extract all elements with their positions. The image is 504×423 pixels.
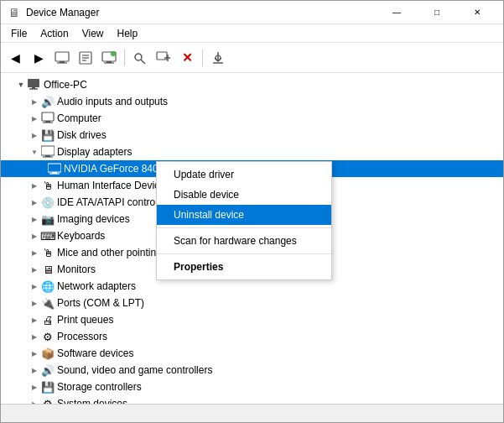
minimize-button[interactable]: — xyxy=(377,1,416,24)
expand-icon[interactable]: ▶ xyxy=(28,295,41,311)
monitor-icon xyxy=(101,50,117,65)
expand-icon[interactable]: ▶ xyxy=(28,278,41,295)
ide-icon: 💿 xyxy=(41,196,55,209)
ctx-disable-device[interactable]: Disable device xyxy=(157,185,331,205)
ctx-uninstall-device[interactable]: Uninstall device xyxy=(157,205,331,225)
status-bar xyxy=(1,404,503,422)
network-icon: 🌐 xyxy=(41,279,55,293)
menu-help[interactable]: Help xyxy=(111,24,145,43)
monitor-button[interactable] xyxy=(98,47,120,69)
properties-icon xyxy=(78,50,93,65)
add-button[interactable] xyxy=(153,47,174,69)
properties-button[interactable] xyxy=(75,47,96,69)
download-button[interactable] xyxy=(207,47,229,69)
storage-label: Storage controllers xyxy=(57,381,142,393)
expand-icon[interactable]: ▼ xyxy=(14,76,28,93)
tree-item-office-pc[interactable]: ▼ Office-PC xyxy=(1,76,503,93)
svg-rect-25 xyxy=(41,146,55,155)
expand-icon[interactable]: ▶ xyxy=(28,379,41,395)
expand-icon[interactable]: ▶ xyxy=(28,93,41,110)
menu-action[interactable]: Action xyxy=(34,24,75,43)
window-controls: — □ ✕ xyxy=(377,1,496,24)
processors-label: Processors xyxy=(57,331,107,342)
expand-icon[interactable]: ▶ xyxy=(28,362,41,379)
ports-icon: 🔌 xyxy=(41,296,55,310)
tree-item-audio[interactable]: ▶ 🔊 Audio inputs and outputs xyxy=(1,93,503,110)
menu-bar: File Action View Help xyxy=(1,24,503,43)
tree-item-ports[interactable]: ▶ 🔌 Ports (COM & LPT) xyxy=(1,295,503,311)
toolbar-separator-1 xyxy=(124,50,125,66)
display-label: Display adapters xyxy=(57,146,132,158)
audio-icon: 🔊 xyxy=(41,95,55,108)
expand-icon[interactable]: ▶ xyxy=(28,261,41,278)
expand-icon[interactable]: ▶ xyxy=(28,311,41,328)
tree-item-computer[interactable]: ▶ Computer xyxy=(1,110,503,127)
computer-icon-button[interactable] xyxy=(51,47,73,69)
expand-icon[interactable]: ▶ xyxy=(28,395,41,404)
keyboard-icon: ⌨ xyxy=(41,229,55,243)
back-button[interactable]: ◀ xyxy=(4,47,26,69)
ctx-properties[interactable]: Properties xyxy=(157,257,331,277)
hid-icon: 🖱 xyxy=(41,179,55,192)
toolbar-separator-2 xyxy=(202,50,203,66)
expand-icon xyxy=(41,160,48,177)
menu-view[interactable]: View xyxy=(75,24,111,43)
ctx-separator-1 xyxy=(157,227,331,228)
expand-icon[interactable]: ▶ xyxy=(28,177,41,194)
download-icon xyxy=(210,50,226,65)
svg-line-12 xyxy=(141,60,145,64)
tree-item-network[interactable]: ▶ 🌐 Network adapters xyxy=(1,278,503,295)
window-title: Device Manager xyxy=(26,7,372,18)
tree-item-system[interactable]: ▶ ⚙ System devices xyxy=(1,395,503,404)
title-bar: 🖥 Device Manager — □ ✕ xyxy=(1,1,503,24)
ports-label: Ports (COM & LPT) xyxy=(57,297,144,309)
ctx-update-driver[interactable]: Update driver xyxy=(157,164,331,185)
disk-label: Disk drives xyxy=(57,129,107,141)
expand-icon[interactable]: ▶ xyxy=(28,244,41,261)
svg-rect-28 xyxy=(48,164,61,172)
scan-button[interactable] xyxy=(129,47,151,69)
tree-item-processors[interactable]: ▶ ⚙ Processors xyxy=(1,328,503,345)
computer-label: Computer xyxy=(57,112,101,124)
svg-rect-22 xyxy=(42,112,54,121)
maximize-button[interactable]: □ xyxy=(418,1,456,24)
monitors-icon: 🖥 xyxy=(41,263,55,276)
svg-rect-0 xyxy=(55,52,69,61)
add-icon xyxy=(156,50,171,65)
mice-icon: 🖱 xyxy=(41,246,55,259)
tree-item-sound[interactable]: ▶ 🔊 Sound, video and game controllers xyxy=(1,362,503,379)
office-pc-label: Office-PC xyxy=(44,79,87,91)
tree-item-disk[interactable]: ▶ 💾 Disk drives xyxy=(1,127,503,144)
menu-file[interactable]: File xyxy=(4,24,34,43)
forward-button[interactable]: ▶ xyxy=(28,47,49,69)
context-menu: Update driver Disable device Uninstall d… xyxy=(156,161,332,280)
computer-icon xyxy=(55,50,70,65)
print-label: Print queues xyxy=(57,314,113,326)
expand-icon[interactable]: ▶ xyxy=(28,328,41,345)
expand-icon[interactable]: ▶ xyxy=(28,211,41,227)
svg-rect-19 xyxy=(28,79,39,87)
sound-icon: 🔊 xyxy=(41,363,55,377)
expand-icon[interactable]: ▶ xyxy=(28,345,41,362)
disk-icon: 💾 xyxy=(41,128,55,142)
computer-tree-icon xyxy=(28,78,41,91)
tree-item-storage[interactable]: ▶ 💾 Storage controllers xyxy=(1,379,503,395)
toolbar: ◀ ▶ xyxy=(1,43,503,73)
ctx-scan-hardware[interactable]: Scan for hardware changes xyxy=(157,231,331,251)
remove-button[interactable]: ✕ xyxy=(176,47,198,69)
keyboards-label: Keyboards xyxy=(57,230,105,242)
audio-label: Audio inputs and outputs xyxy=(57,96,168,107)
main-content: ▼ Office-PC ▶ 🔊 Audio inputs and outputs… xyxy=(1,73,503,404)
tree-item-print[interactable]: ▶ 🖨 Print queues xyxy=(1,311,503,328)
expand-icon[interactable]: ▶ xyxy=(28,127,41,144)
close-button[interactable]: ✕ xyxy=(458,1,496,24)
display-icon xyxy=(41,145,55,159)
tree-item-software[interactable]: ▶ 📦 Software devices xyxy=(1,345,503,362)
expand-icon[interactable]: ▶ xyxy=(28,194,41,211)
network-label: Network adapters xyxy=(57,280,136,292)
imaging-icon: 📷 xyxy=(41,212,55,226)
tree-item-display[interactable]: ▼ Display adapters xyxy=(1,144,503,160)
print-icon: 🖨 xyxy=(41,313,55,326)
expand-icon[interactable]: ▶ xyxy=(28,110,41,127)
expand-icon[interactable]: ▼ xyxy=(28,144,41,160)
